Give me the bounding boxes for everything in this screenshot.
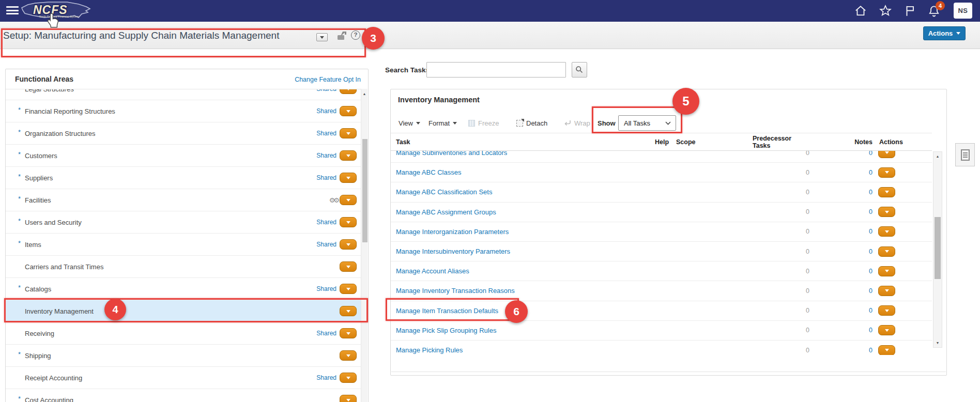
task-actions-button[interactable] [878,187,895,197]
notes-count-link[interactable]: 0 [840,242,872,261]
scroll-up-icon[interactable]: ▲ [933,154,942,158]
notes-count-link[interactable]: 0 [840,222,872,241]
functional-area-actions-button[interactable] [340,89,357,94]
functional-area-actions-button[interactable] [340,328,357,338]
change-feature-opt-in-link[interactable]: Change Feature Opt In [295,76,361,83]
functional-area-actions-button[interactable] [340,284,357,294]
column-header-predecessor-tasks[interactable]: Predecessor Tasks [753,133,811,150]
functional-area-actions-button[interactable] [340,239,357,250]
functional-area-actions-button[interactable] [340,261,357,272]
search-tasks-input[interactable] [426,62,566,78]
functional-area-actions-button[interactable] [340,373,357,383]
task-link[interactable]: Manage Inventory Transaction Reasons [396,281,515,300]
functional-area-row[interactable]: Receiving Shared [6,322,361,345]
task-actions-button[interactable] [878,345,895,355]
functional-area-row[interactable]: Carriers and Transit Times [6,256,361,278]
functional-area-row[interactable]: * Cost Accounting [6,389,361,402]
functional-area-row[interactable]: * Users and Security Shared [6,211,361,234]
functional-area-row[interactable]: * Organization Structures Shared [6,122,361,145]
functional-area-actions-button[interactable] [340,173,357,183]
notes-count-link[interactable]: 0 [840,163,872,182]
task-actions-button[interactable] [878,305,895,316]
task-link[interactable]: Manage Account Aliases [396,261,469,281]
task-link[interactable]: Manage Interorganization Parameters [396,222,509,241]
tasks-side-tab-button[interactable] [955,143,975,166]
functional-area-row[interactable]: Legal Structures Shared [6,89,361,100]
scrollbar-thumb[interactable] [362,139,368,242]
notes-count-link[interactable]: 0 [840,341,872,355]
task-actions-button[interactable] [878,167,895,178]
notes-count-link[interactable]: 0 [840,261,872,281]
favorites-star-icon[interactable] [879,4,892,18]
column-header-actions[interactable]: Actions [879,133,903,150]
shared-link[interactable]: Shared [316,89,336,100]
task-actions-button[interactable] [878,151,895,158]
task-actions-button[interactable] [878,286,895,296]
functional-area-actions-button[interactable] [340,217,357,227]
shared-link[interactable]: Shared [316,145,336,166]
scroll-up-icon[interactable]: ▲ [361,92,368,96]
notes-count-link[interactable]: 0 [840,301,872,320]
actions-button[interactable]: Actions [923,26,966,40]
column-header-help[interactable]: Help [655,133,669,150]
functional-area-row[interactable]: Receipt Accounting Shared [6,367,361,389]
functional-area-actions-button[interactable] [340,128,357,138]
functional-area-row[interactable]: * Shipping [6,345,361,367]
show-tasks-select[interactable]: All Tasks [618,115,676,131]
notes-count-link[interactable]: 0 [840,321,872,340]
functional-area-actions-button[interactable] [340,150,357,161]
task-link[interactable]: Manage Pick Slip Grouping Rules [396,321,496,340]
title-dropdown-button[interactable] [316,33,328,41]
functional-area-row[interactable]: * Facilities ⚙⚙ [6,189,361,211]
notes-count-link[interactable]: 0 [840,182,872,202]
go-to-task-icon[interactable] [337,32,347,43]
column-header-task[interactable]: Task [396,133,410,150]
task-link[interactable]: Manage Item Transaction Defaults [396,301,498,320]
notes-count-link[interactable]: 0 [840,151,872,162]
functional-area-actions-button[interactable] [340,306,357,316]
task-link[interactable]: Manage ABC Classes [396,163,461,182]
detach-button[interactable]: Detach [516,115,547,131]
view-menu[interactable]: View [399,115,420,131]
tasks-table-scrollbar[interactable]: ▲ ▼ [933,151,942,348]
task-link[interactable]: Manage Subinventories and Locators [396,151,507,162]
functional-area-actions-button[interactable] [340,350,357,361]
scroll-down-icon[interactable]: ▼ [933,341,942,345]
functional-area-actions-button[interactable] [340,195,357,205]
scrollbar-thumb[interactable] [935,217,941,279]
functional-areas-scrollbar[interactable]: ▲ [361,89,368,402]
notes-count-link[interactable]: 0 [840,281,872,300]
functional-area-actions-button[interactable] [340,106,357,116]
functional-area-row[interactable]: * Customers Shared [6,145,361,167]
menu-icon[interactable] [6,6,19,16]
shared-link[interactable]: Shared [316,100,336,122]
functional-area-row[interactable]: * Catalogs Shared [6,278,361,300]
help-icon[interactable]: ? [351,30,360,40]
functional-area-row[interactable]: Inventory Management [6,300,361,322]
column-header-notes[interactable]: Notes [840,133,872,150]
flag-icon[interactable] [904,4,917,18]
column-header-scope[interactable]: Scope [676,133,696,150]
shared-link[interactable]: Shared [316,322,336,344]
setup-gears-icon[interactable]: ⚙⚙ [329,189,338,211]
shared-link[interactable]: Shared [316,278,336,300]
task-link[interactable]: Manage ABC Assignment Groups [396,203,496,222]
task-actions-button[interactable] [878,207,895,217]
task-link[interactable]: Manage Intersubinventory Parameters [396,242,510,261]
functional-area-row[interactable]: * Financial Reporting Structures Shared [6,100,361,122]
functional-area-row[interactable]: * Suppliers Shared [6,167,361,189]
shared-link[interactable]: Shared [316,211,336,233]
task-actions-button[interactable] [878,325,895,335]
functional-area-actions-button[interactable] [340,395,357,402]
ncfs-logo[interactable]: NCFS North Carolina Financial System [18,0,95,24]
functional-area-row[interactable]: * Items Shared [6,234,361,256]
task-link[interactable]: Manage ABC Classification Sets [396,182,492,202]
task-actions-button[interactable] [878,246,895,257]
format-menu[interactable]: Format [428,115,457,131]
task-actions-button[interactable] [878,226,895,237]
notes-count-link[interactable]: 0 [840,203,872,222]
home-icon[interactable] [854,4,867,18]
shared-link[interactable]: Shared [316,234,336,255]
task-link[interactable]: Manage Picking Rules [396,341,463,355]
shared-link[interactable]: Shared [316,122,336,144]
